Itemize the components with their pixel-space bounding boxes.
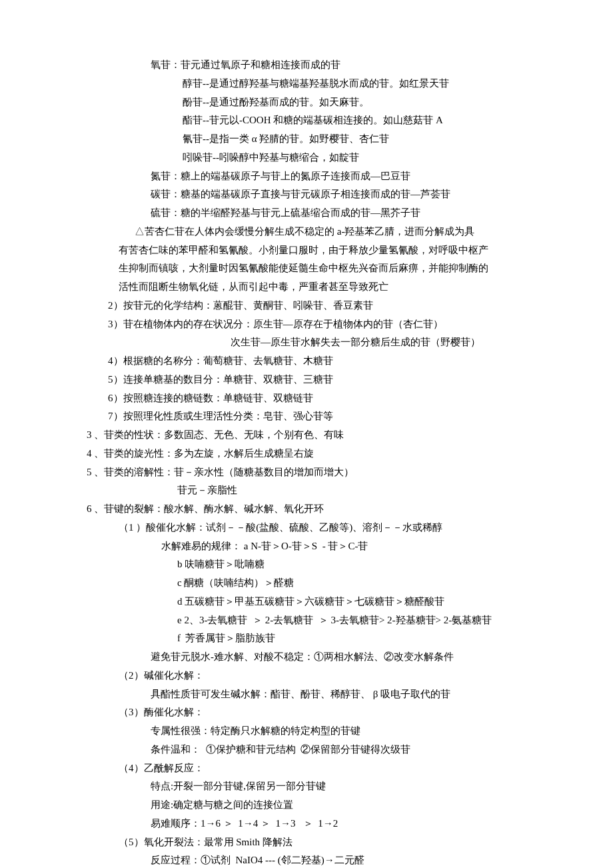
text-line: 具酯性质苷可发生碱水解：酯苷、酚苷、稀醇苷、 β 吸电子取代的苷 [87, 685, 526, 704]
page-content: 氧苷：苷元通过氧原子和糖相连接而成的苷醇苷--是通过醇羟基与糖端基羟基脱水而成的… [87, 56, 526, 868]
text-line: 氰苷--是指一类 α 羟腈的苷。如野樱苷、杏仁苷 [87, 130, 526, 149]
text-line: 易难顺序：1→6 ＞ 1→4 ＞ 1→3 ＞ 1→2 [87, 815, 526, 833]
text-line: 硫苷：糖的半缩醛羟基与苷元上硫基缩合而成的苷—黑芥子苷 [87, 204, 526, 223]
text-line: 4 、苷类的旋光性：多为左旋，水解后生成糖呈右旋 [87, 445, 526, 463]
text-line: 吲哚苷--吲哚醇中羟基与糖缩合，如靛苷 [87, 149, 526, 167]
text-line: 避免苷元脱水-难水解、对酸不稳定：①两相水解法、②改变水解条件 [87, 648, 526, 667]
text-line: △苦杏仁苷在人体内会缓慢分解生成不稳定的 a-羟基苯乙腈，进而分解成为具 [87, 223, 526, 241]
text-line: 5）连接单糖基的数目分：单糖苷、双糖苷、三糖苷 [87, 371, 526, 389]
text-line: 生抑制而镇咳，大剂量时因氢氰酸能使延髓生命中枢先兴奋而后麻痹，并能抑制酶的 [87, 259, 526, 278]
text-line: （4）乙酰解反应： [87, 759, 526, 778]
text-line: 碳苷：糖基的端基碳原子直接与苷元碳原子相连接而成的苷—芦荟苷 [87, 185, 526, 204]
text-line: （2）碱催化水解： [87, 667, 526, 685]
text-line: 反应过程：①试剂 NaIO4 --- (邻二羟基)→二元醛 [87, 851, 526, 868]
text-line: 有苦杏仁味的苯甲醛和氢氰酸。小剂量口服时，由于释放少量氢氰酸，对呼吸中枢产 [87, 241, 526, 260]
text-line: 3 、苷类的性状：多数固态、无色、无味，个别有色、有味 [87, 426, 526, 445]
text-line: 7）按照理化性质或生理活性分类：皂苷、强心苷等 [87, 407, 526, 426]
text-line: f 芳香属苷＞脂肪族苷 [87, 629, 526, 648]
text-line: 氧苷：苷元通过氧原子和糖相连接而成的苷 [87, 56, 526, 75]
text-line: 活性而阻断生物氧化链，从而引起中毒，严重者甚至导致死亡 [87, 278, 526, 297]
text-line: 条件温和： ①保护糖和苷元结构 ②保留部分苷键得次级苷 [87, 741, 526, 759]
text-line: b 呋喃糖苷＞吡喃糖 [87, 555, 526, 574]
text-line: 特点:开裂一部分苷键,保留另一部分苷键 [87, 777, 526, 796]
text-line: 水解难易的规律： a N-苷＞O-苷＞S - 苷＞C-苷 [87, 537, 526, 556]
text-line: 专属性很强：特定酶只水解糖的特定构型的苷键 [87, 722, 526, 741]
text-line: （1 ）酸催化水解：试剂－－酸(盐酸、硫酸、乙酸等)、溶剂－－水或稀醇 [87, 519, 526, 537]
text-line: 4）根据糖的名称分：葡萄糖苷、去氧糖苷、木糖苷 [87, 352, 526, 371]
text-line: 酚苷--是通过酚羟基而成的苷。如天麻苷。 [87, 93, 526, 112]
text-line: 6）按照糖连接的糖链数：单糖链苷、双糖链苷 [87, 389, 526, 408]
text-line: e 2、3-去氧糖苷 ＞ 2-去氧糖苷 ＞ 3-去氧糖苷> 2-羟基糖苷> 2-… [87, 611, 526, 630]
text-line: （5）氧化开裂法：最常用 Smith 降解法 [87, 833, 526, 852]
text-line: 苷元－亲脂性 [87, 481, 526, 500]
text-line: 酯苷--苷元以-COOH 和糖的端基碳相连接的。如山慈菇苷 A [87, 111, 526, 130]
text-line: 2）按苷元的化学结构：蒽醌苷、黄酮苷、吲哚苷、香豆素苷 [87, 297, 526, 315]
text-line: 醇苷--是通过醇羟基与糖端基羟基脱水而成的苷。如红景天苷 [87, 75, 526, 93]
text-line: （3）酶催化水解： [87, 703, 526, 722]
text-line: 次生苷—原生苷水解失去一部分糖后生成的苷（野樱苷） [87, 333, 526, 352]
text-line: 5 、苷类的溶解性：苷－亲水性（随糖基数目的增加而增大） [87, 463, 526, 482]
text-line: 用途:确定糖与糖之间的连接位置 [87, 796, 526, 815]
text-line: 3）苷在植物体内的存在状况分：原生苷—原存在于植物体内的苷（杏仁苷） [87, 315, 526, 334]
text-line: 6 、苷键的裂解：酸水解、酶水解、碱水解、氧化开环 [87, 500, 526, 519]
text-line: c 酮糖（呋喃结构）＞醛糖 [87, 574, 526, 593]
document-page: 氧苷：苷元通过氧原子和糖相连接而成的苷醇苷--是通过醇羟基与糖端基羟基脱水而成的… [0, 0, 613, 868]
text-line: 氮苷：糖上的端基碳原子与苷上的氮原子连接而成—巴豆苷 [87, 167, 526, 186]
text-line: d 五碳糖苷＞甲基五碳糖苷＞六碳糖苷＞七碳糖苷＞糖醛酸苷 [87, 593, 526, 611]
